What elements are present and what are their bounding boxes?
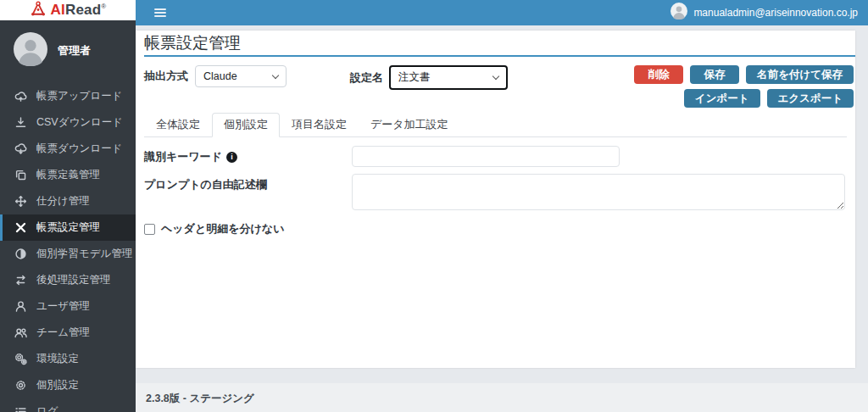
- brand-read: Read: [65, 2, 101, 19]
- list-icon: [14, 405, 28, 412]
- extraction-method-label: 抽出方式: [144, 65, 188, 87]
- sidebar-user-panel: 管理者: [0, 20, 136, 78]
- download-icon: [14, 116, 28, 129]
- sidebar-menu: 帳票アップロード CSVダウンロード 帳票ダウンロード 帳票定義管理 仕分け管理…: [0, 83, 136, 412]
- save-button[interactable]: 保存: [690, 65, 739, 84]
- tab-data-processing[interactable]: データ加工設定: [359, 113, 460, 137]
- sidebar-item-individual-settings[interactable]: 個別設定: [0, 372, 136, 398]
- sidebar-item-form-upload[interactable]: 帳票アップロード: [0, 83, 136, 109]
- main-column: manualadmin@ariseinnovation.co.jp 帳票設定管理…: [136, 0, 868, 412]
- user-name: 管理者: [58, 43, 91, 58]
- tab-overall[interactable]: 全体設定: [144, 113, 212, 137]
- brand-ai: AI: [51, 2, 65, 19]
- individual-settings-form: 識別キーワード i プロンプトの自由記述欄: [144, 146, 847, 237]
- sidebar-item-team-mgmt[interactable]: チーム管理: [0, 320, 136, 346]
- sidebar-item-sorting[interactable]: 仕分け管理: [0, 188, 136, 214]
- version-text: 2.3.8版 - ステージング: [146, 393, 254, 404]
- extraction-method-select[interactable]: Claude: [195, 65, 287, 87]
- chevron-down-icon: [492, 73, 499, 80]
- settings-tabs: 全体設定 個別設定 項目名設定 データ加工設定: [144, 113, 847, 137]
- prompt-label: プロンプトの自由記述欄: [144, 177, 267, 192]
- import-button[interactable]: インポート: [684, 89, 760, 108]
- exchange-icon: [14, 274, 28, 287]
- copy-icon: [14, 169, 28, 181]
- sidebar-item-form-download[interactable]: 帳票ダウンロード: [0, 136, 136, 162]
- setting-name-value: 注文書: [398, 70, 431, 85]
- sidebar-item-form-definition[interactable]: 帳票定義管理: [0, 162, 136, 188]
- account-avatar-icon: [670, 3, 687, 23]
- adjust-icon: [14, 248, 28, 260]
- brand-name: AIRead®: [51, 2, 107, 19]
- keyword-input[interactable]: [352, 146, 620, 167]
- save-as-button[interactable]: 名前を付けて保存: [746, 65, 854, 84]
- sidebar-item-csv-download[interactable]: CSVダウンロード: [0, 109, 136, 136]
- user-icon: [14, 300, 28, 313]
- keyword-label: 識別キーワード: [144, 149, 222, 164]
- page-header: 帳票設定管理: [144, 31, 855, 57]
- page-title: 帳票設定管理: [144, 34, 855, 53]
- content-wrapper: 帳票設定管理 抽出方式 Claude 設定名 注文書 削: [136, 25, 868, 412]
- prompt-textarea[interactable]: [352, 174, 845, 210]
- cogs-icon: [14, 353, 28, 365]
- sidebar-item-log[interactable]: ログ: [0, 398, 136, 412]
- brand-logo[interactable]: AIRead®: [0, 0, 136, 20]
- extraction-method-value: Claude: [203, 70, 237, 82]
- cog-icon: [14, 379, 28, 392]
- sidebar-item-learning-model[interactable]: 個別学習モデル管理: [0, 241, 136, 267]
- sidebar-item-form-settings[interactable]: 帳票設定管理: [0, 214, 136, 241]
- setting-name-select[interactable]: 注文書: [389, 65, 508, 90]
- cloud-download-icon: [14, 142, 28, 155]
- user-avatar: [14, 32, 47, 70]
- chevron-down-icon: [272, 71, 279, 78]
- sidebar-item-user-mgmt[interactable]: ユーザ管理: [0, 293, 136, 320]
- move-icon: [14, 195, 28, 208]
- app-window: AIRead® 管理者 帳票アップロード CSVダウンロード 帳票ダウンロード …: [0, 0, 868, 412]
- sidebar-item-env-settings[interactable]: 環境設定: [0, 346, 136, 372]
- brand-reg-mark: ®: [101, 3, 106, 10]
- footer: 2.3.8版 - ステージング: [136, 383, 868, 412]
- tab-individual[interactable]: 個別設定: [212, 113, 280, 137]
- action-buttons: 削除 保存 名前を付けて保存 インポート エクスポート: [634, 65, 854, 108]
- export-button[interactable]: エクスポート: [767, 89, 854, 108]
- delete-button[interactable]: 削除: [634, 65, 683, 84]
- settings-toolbar: 抽出方式 Claude 設定名 注文書 削除 保存 名前を: [144, 65, 854, 108]
- topbar: manualadmin@ariseinnovation.co.jp: [136, 0, 868, 25]
- account-menu[interactable]: manualadmin@ariseinnovation.co.jp: [670, 3, 858, 23]
- sidebar: AIRead® 管理者 帳票アップロード CSVダウンロード 帳票ダウンロード …: [0, 0, 136, 412]
- content-panel: 帳票設定管理 抽出方式 Claude 設定名 注文書 削: [136, 31, 855, 368]
- split-header-label: ヘッダと明細を分けない: [161, 221, 284, 237]
- info-icon[interactable]: i: [226, 152, 237, 163]
- tab-item-name[interactable]: 項目名設定: [280, 113, 359, 137]
- account-email: manualadmin@ariseinnovation.co.jp: [693, 7, 858, 19]
- cloud-upload-icon: [14, 90, 28, 103]
- users-icon: [14, 326, 28, 339]
- airead-logo-icon: [30, 0, 47, 20]
- sidebar-item-postprocess[interactable]: 後処理設定管理: [0, 267, 136, 293]
- hamburger-menu-icon[interactable]: [151, 5, 170, 20]
- setting-name-label: 設定名: [350, 65, 383, 90]
- split-header-checkbox[interactable]: [144, 224, 155, 235]
- tools-icon: [14, 221, 28, 234]
